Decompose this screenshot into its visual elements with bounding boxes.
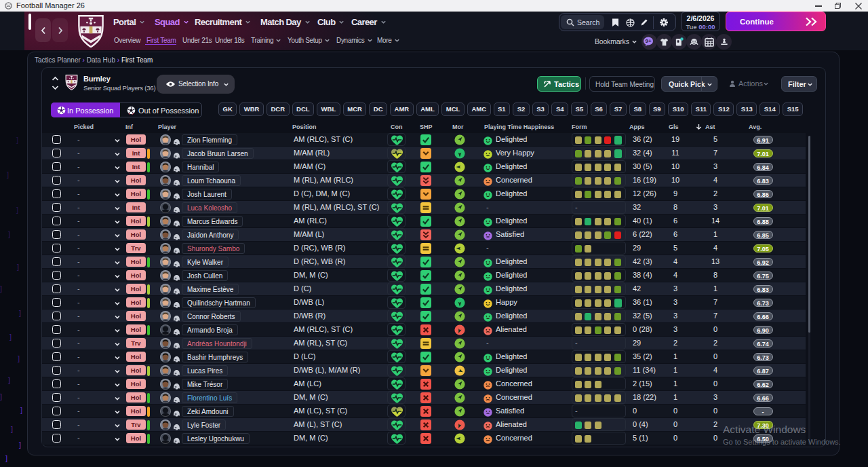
svg-text:9+: 9+ (645, 38, 651, 44)
